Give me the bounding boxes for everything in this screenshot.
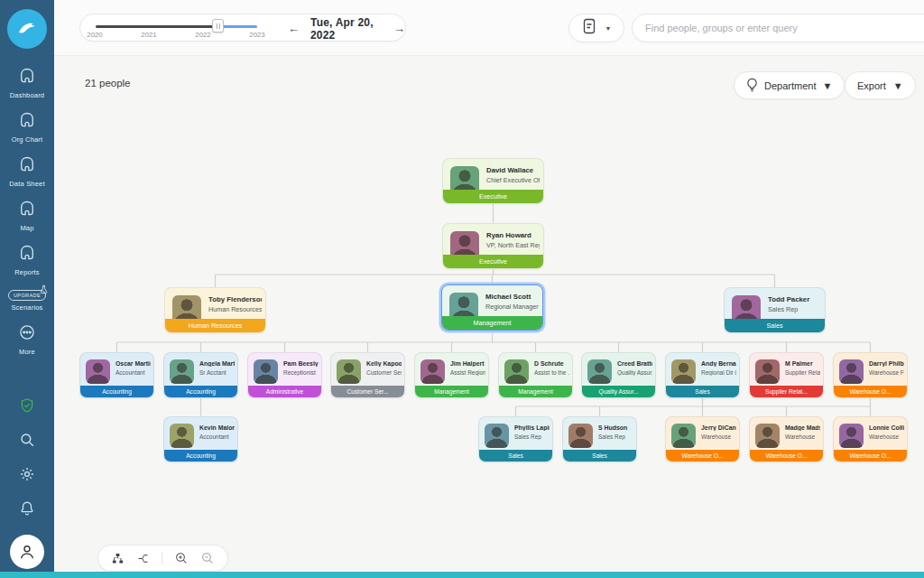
employee-photo [86,359,110,384]
export-dropdown[interactable]: Export ▼ [845,71,916,99]
employee-title: Human Resources [208,305,262,313]
org-node-kelly[interactable]: Kelly KapoorCustomer Ser...Customer Ser.… [330,352,405,398]
employee-name: Angela Martin [199,360,235,367]
more-icon [18,323,36,345]
employee-photo [170,359,194,384]
department-button-label: Department [764,80,816,91]
department-band: Supplier Relat... [750,386,823,397]
employee-title: VP, North East Region ... [486,241,540,249]
employee-title: Sales Rep [514,434,550,440]
employee-photo [755,424,780,448]
org-node-ryan[interactable]: Ryan HowardVP, North East Region ...Exec… [442,223,544,269]
org-node-pam[interactable]: Pam BeeslyReceptionistAdministrative [247,352,322,398]
chevron-down-icon: ▼ [605,25,612,32]
bell-icon[interactable] [19,500,35,520]
org-node-creed[interactable]: Creed BrattonQuality Assur...Quality Ass… [581,352,656,398]
lightbulb-icon [746,78,758,94]
org-node-michael[interactable]: Michael ScottRegional ManagerManagement [441,284,543,331]
top-bar: 2020202120222023 ← Tue, Apr 20, 2022 → ▼ [54,0,924,56]
employee-title: Regional Manager [485,303,539,311]
horizontal-layout-icon[interactable] [136,552,150,565]
org-node-angela[interactable]: Angela MartinSr AcctantAccounting [163,352,238,398]
org-node-andy[interactable]: Andy BernardRegional Dir i...Sales [665,352,740,398]
search-icon[interactable] [19,432,35,452]
department-band: Sales [725,319,825,332]
org-node-jim[interactable]: Jim HalpertAssist Region...Management [414,352,489,398]
employee-name: M Palmer [785,360,820,367]
org-node-darryl[interactable]: Darryl PhilbinWarehouse Fo...Warehouse O… [833,352,908,398]
department-band: Executive [443,190,543,203]
employee-name: Toby Flenderson [208,295,262,303]
employee-photo [839,424,864,448]
employee-photo [755,359,780,384]
employee-photo [420,359,445,384]
sidebar-item-label: Data Sheet [9,180,45,188]
org-node-todd[interactable]: Todd PackerSales RepSales [724,287,826,333]
department-band: Warehouse O... [834,450,907,461]
employee-title: Warehouse [869,434,904,440]
app-logo[interactable] [7,9,47,49]
sidebar-item-label: Reports [14,268,40,276]
employee-photo [337,359,361,384]
map-icon [18,200,36,221]
employee-title: Assist Region... [450,369,485,376]
sidebar-item-map[interactable]: Map [0,194,54,238]
sidebar-item-reports[interactable]: Reports [0,238,54,283]
vertical-layout-icon[interactable] [111,552,125,565]
previous-day-button[interactable]: ← [288,23,300,34]
org-node-lonnie[interactable]: Lonnie CollinsWarehouseWarehouse O... [833,416,908,462]
timeline-track-past[interactable] [96,25,217,28]
employee-name: Michael Scott [485,293,539,301]
search-input[interactable] [633,23,924,33]
sidebar-item-data-sheet[interactable]: Data Sheet [0,150,54,194]
employee-photo [170,424,194,448]
next-day-button[interactable]: → [393,23,405,34]
org-node-oscar[interactable]: Oscar MartinezAccountantAccounting [79,352,154,398]
employee-name: Oscar Martinez [116,360,151,367]
shield-check-icon[interactable] [19,397,35,417]
zoom-out-icon[interactable] [200,551,215,565]
saved-views-dropdown[interactable]: ▼ [568,14,624,42]
org-chart-icon [18,111,36,133]
sidebar-item-org-chart[interactable]: Org Chart [0,106,54,150]
employee-title: Chief Executive Officer [486,176,540,184]
timeline-slider[interactable]: 2020202120222023 ← Tue, Apr 20, 2022 → [79,14,406,42]
current-date-label: Tue, Apr 20, 2022 [310,16,383,42]
people-count-label: 21 people [85,78,131,89]
department-band: Executive [443,255,543,268]
org-node-madge[interactable]: Madge MadsenWarehouseWarehouse O... [749,416,824,462]
dashboard-icon [18,67,36,89]
employee-photo [485,424,509,448]
chevron-down-icon: ▼ [822,80,832,91]
employee-name: D Schrute [534,360,569,367]
org-node-toby[interactable]: Toby FlendersonHuman ResourcesHuman Reso… [164,287,266,333]
employee-title: Sales Rep [768,305,821,313]
department-band: Quality Assur... [582,386,655,397]
employee-name: Phyllis Lapin [514,424,550,431]
org-node-jerry[interactable]: Jerry DiCanioWarehouseWarehouse O... [665,416,740,462]
department-band: Human Resources [165,319,265,332]
sidebar-item-scenarios[interactable]: UPGRADEScenarios [0,283,54,318]
org-node-stanley[interactable]: S HudsonSales RepSales [562,416,637,462]
employee-title: Warehouse [785,434,820,440]
employee-title: Regional Dir i... [701,369,736,376]
user-avatar-button[interactable] [10,535,44,569]
org-node-dwight[interactable]: D SchruteAssist to the ...Management [498,352,573,398]
zoom-in-icon[interactable] [174,551,189,565]
org-node-phyllis[interactable]: Phyllis LapinSales RepSales [478,416,553,462]
department-color-dropdown[interactable]: Department ▼ [734,71,845,99]
org-node-meredith[interactable]: M PalmerSupplier Relat...Supplier Relat.… [749,352,824,398]
employee-name: Ryan Howard [486,231,540,239]
department-band: Sales [563,450,636,461]
canvas-toolbar [97,545,228,572]
employee-name: Madge Madsen [785,424,820,431]
gear-icon[interactable] [19,466,35,486]
sidebar-item-more[interactable]: More [0,318,54,362]
sidebar: DashboardOrg ChartData SheetMapReportsUP… [0,0,54,578]
org-node-david[interactable]: David WallaceChief Executive OfficerExec… [442,158,544,204]
sidebar-item-dashboard[interactable]: Dashboard [0,61,54,106]
reports-icon [18,244,36,266]
org-node-kevin[interactable]: Kevin MaloneAccountantAccounting [163,416,238,462]
department-band: Accounting [164,450,237,461]
employee-photo [839,359,864,384]
